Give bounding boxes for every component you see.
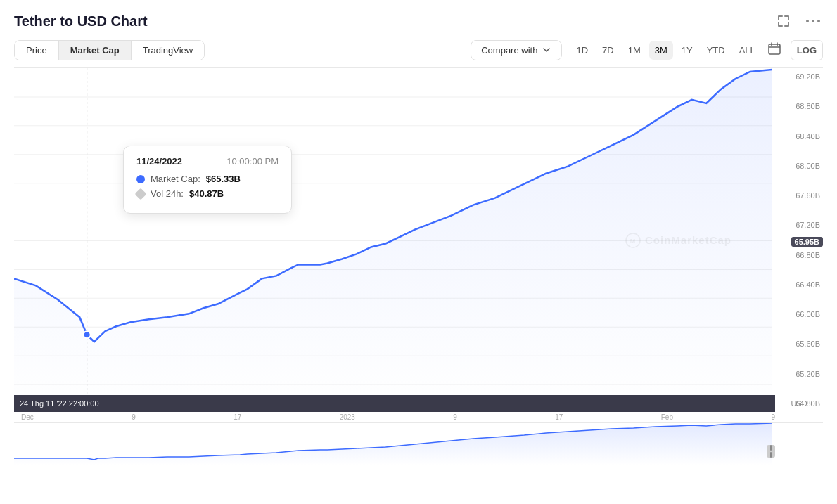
tooltip-vol-value: $40.87B [189,188,224,199]
x-label-9c: 9 [771,413,775,421]
x-label-9a: 9 [132,413,136,421]
tooltip-date: 11/24/2022 [136,156,182,167]
tooltip-date-row: 11/24/2022 10:00:00 PM [136,156,279,167]
y-label-4: 67.60B [775,191,823,200]
mini-chart [14,422,823,465]
chart-tooltip: 11/24/2022 10:00:00 PM Market Cap: $65.3… [123,146,292,214]
time-filter-1m[interactable]: 1M [622,41,646,60]
x-axis-labels: Dec 9 17 2023 9 17 Feb 9 [14,412,823,421]
y-label-7: 66.40B [775,280,823,289]
chart-container: Tether to USD Chart Price Market Cap Tra… [0,0,837,504]
mini-chart-svg [14,423,823,465]
svg-point-1 [812,20,814,22]
tooltip-time: 10:00:00 PM [226,156,279,167]
x-label-feb: Feb [661,413,673,421]
chart-tab-group: Price Market Cap TradingView [14,40,205,60]
log-scale-button[interactable]: LOG [791,40,823,60]
right-controls: Compare with 1D 7D 1M 3M 1Y YTD ALL LOG [471,39,823,60]
header-row: Tether to USD Chart [14,13,823,30]
y-label-9: 65.60B [775,340,823,348]
svg-point-17 [83,331,90,338]
more-options-button[interactable] [803,18,823,24]
x-axis-current-label: 24 Thg 11 '22 22:00:00 [20,399,99,408]
tooltip-vol-row: Vol 24h: $40.87B [136,188,279,199]
fullscreen-button[interactable] [774,13,793,30]
time-filter-all[interactable]: ALL [734,41,761,60]
tab-market-cap[interactable]: Market Cap [59,41,132,60]
tooltip-market-cap-row: Market Cap: $65.33B [136,174,279,184]
tab-price[interactable]: Price [15,41,59,60]
y-label-1: 68.80B [775,102,823,110]
tooltip-market-cap-value: $65.33B [206,174,241,184]
y-label-8: 66.00B [775,310,823,318]
x-axis-bar: 24 Thg 11 '22 22:00:00 [14,395,775,412]
y-label-0: 69.20B [775,72,823,81]
time-filter-7d[interactable]: 7D [596,41,620,60]
y-label-3: 68.00B [775,162,823,170]
y-label-5: 67.20B [775,221,823,229]
x-label-17b: 17 [555,413,563,421]
chart-title: Tether to USD Chart [14,13,148,30]
x-label-2023: 2023 [340,413,355,421]
calendar-button[interactable] [764,39,785,60]
chevron-down-icon [542,45,551,55]
tab-tradingview[interactable]: TradingView [132,41,205,60]
svg-rect-3 [769,44,780,54]
y-label-6: 66.80B [775,251,823,259]
time-filter-3m[interactable]: 3M [649,41,673,60]
y-label-10: 65.20B [775,370,823,378]
current-price-label: 65.95B [791,237,823,247]
compare-with-button[interactable]: Compare with [471,40,562,60]
usd-label: USD [775,395,823,412]
tooltip-market-cap-label: Market Cap: [151,174,200,184]
svg-point-0 [806,20,809,22]
vol-diamond [135,188,147,200]
tabs-and-controls: Price Market Cap TradingView Compare wit… [14,39,823,60]
market-cap-dot [136,175,145,183]
x-label-dec: Dec [21,413,34,421]
x-label-17a: 17 [234,413,241,421]
header-icons [774,13,823,30]
time-filter-1y[interactable]: 1Y [676,41,698,60]
time-filter-1d[interactable]: 1D [570,41,594,60]
chart-svg [14,68,823,412]
y-label-2: 68.40B [775,132,823,141]
time-filter-ytd[interactable]: YTD [701,41,731,60]
x-label-9b: 9 [453,413,457,421]
main-chart-area: 69.20B 68.80B 68.40B 68.00B 67.60B 67.20… [14,67,823,412]
tooltip-vol-label: Vol 24h: [151,188,184,199]
resize-handle[interactable] [767,445,775,458]
svg-point-2 [817,20,820,22]
